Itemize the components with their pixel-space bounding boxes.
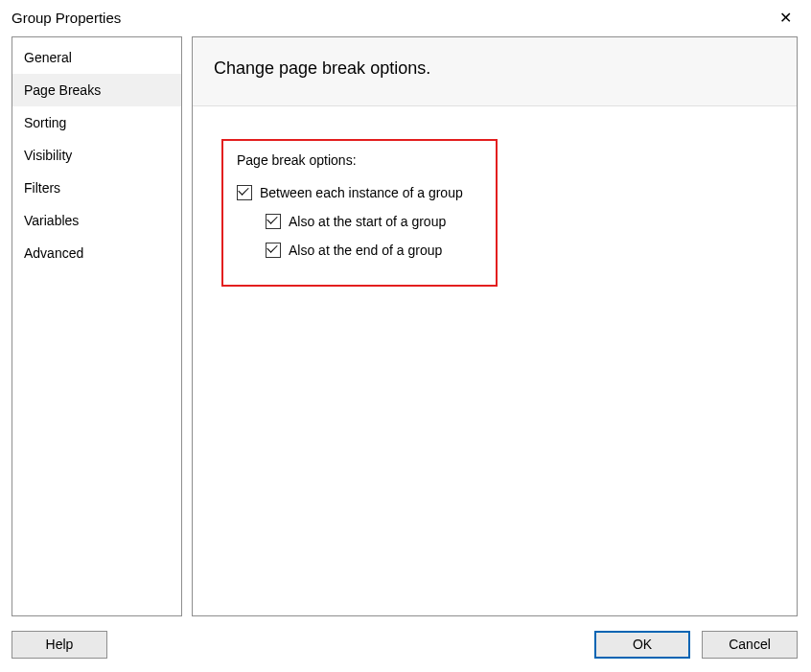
sidebar-item-label: Advanced <box>24 245 83 261</box>
sidebar-item-visibility[interactable]: Visibility <box>12 139 181 172</box>
sidebar-item-label: Page Breaks <box>24 82 101 98</box>
sidebar: General Page Breaks Sorting Visibility F… <box>12 36 182 616</box>
checkbox-end-group[interactable] <box>266 243 281 258</box>
button-row: Help OK Cancel <box>12 630 798 659</box>
sidebar-item-label: Sorting <box>24 115 66 130</box>
close-icon[interactable]: ✕ <box>772 5 799 31</box>
checkbox-label: Between each instance of a group <box>260 185 463 200</box>
help-button[interactable]: Help <box>12 631 107 659</box>
title-bar: Group Properties ✕ <box>0 0 811 36</box>
sidebar-item-variables[interactable]: Variables <box>12 204 181 237</box>
cancel-button[interactable]: Cancel <box>702 631 798 659</box>
page-break-options-label: Page break options: <box>237 152 463 168</box>
sidebar-item-filters[interactable]: Filters <box>12 172 181 204</box>
sidebar-item-general[interactable]: General <box>12 41 181 74</box>
checkbox-start-group[interactable] <box>266 214 281 229</box>
sidebar-item-label: Variables <box>24 213 79 228</box>
dialog-title: Group Properties <box>12 10 121 26</box>
content-panel: Change page break options. Page break op… <box>192 36 798 616</box>
sidebar-item-page-breaks[interactable]: Page Breaks <box>12 74 181 106</box>
content-header: Change page break options. <box>193 37 797 106</box>
dialog-body: General Page Breaks Sorting Visibility F… <box>12 36 798 616</box>
checkbox-row-end-group: Also at the end of a group <box>266 243 463 258</box>
content-body: Page break options: Between each instanc… <box>193 106 797 287</box>
checkbox-row-between-instance: Between each instance of a group <box>237 185 463 200</box>
sidebar-item-label: Visibility <box>24 148 72 163</box>
checkbox-label: Also at the end of a group <box>289 243 442 258</box>
checkbox-label: Also at the start of a group <box>289 214 446 229</box>
ok-button[interactable]: OK <box>594 631 690 659</box>
checkbox-between-instance[interactable] <box>237 185 252 200</box>
sidebar-item-sorting[interactable]: Sorting <box>12 106 181 139</box>
highlight-box: Page break options: Between each instanc… <box>221 139 498 287</box>
sidebar-item-label: Filters <box>24 180 60 196</box>
checkbox-row-start-group: Also at the start of a group <box>266 214 463 229</box>
sidebar-item-label: General <box>24 50 72 65</box>
sidebar-item-advanced[interactable]: Advanced <box>12 237 181 269</box>
